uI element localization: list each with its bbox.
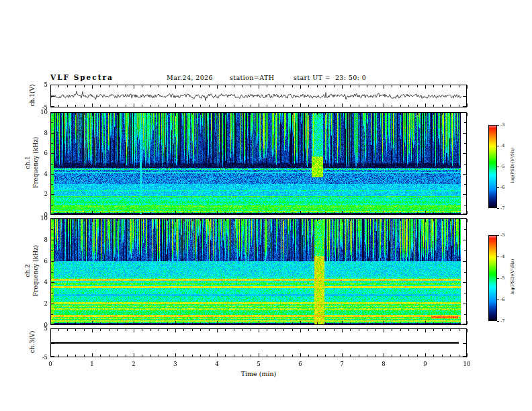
x-minor-tick <box>159 219 159 221</box>
x-major-tick <box>92 85 93 89</box>
x-minor-tick <box>400 322 401 324</box>
x-minor-tick <box>408 355 409 357</box>
x-minor-tick <box>275 329 276 331</box>
x-minor-tick <box>459 113 459 115</box>
x-major-tick <box>175 219 176 222</box>
x-minor-tick <box>408 105 409 107</box>
x-minor-tick <box>308 355 309 357</box>
x-minor-tick <box>167 322 168 324</box>
x-minor-tick <box>367 212 367 214</box>
x-minor-tick <box>251 219 251 221</box>
x-minor-tick <box>58 322 59 324</box>
x-minor-tick <box>275 355 276 357</box>
y-minor-tick <box>51 205 53 205</box>
x-minor-tick <box>442 212 443 214</box>
colorbar-tick <box>497 278 499 279</box>
x-major-tick <box>217 219 218 222</box>
x-minor-tick <box>142 219 142 221</box>
y-major-tick <box>51 356 54 357</box>
ch3-wave-ylabel: ch.3(V) <box>29 302 36 382</box>
x-minor-tick <box>167 219 168 221</box>
x-minor-tick <box>150 322 151 324</box>
x-minor-tick <box>67 355 68 357</box>
x-minor-tick <box>67 322 68 324</box>
x-minor-tick <box>275 85 276 87</box>
x-minor-tick <box>417 113 418 115</box>
x-minor-tick <box>267 329 267 331</box>
x-minor-tick <box>225 85 226 87</box>
x-minor-tick <box>251 105 251 107</box>
x-minor-tick <box>308 329 309 331</box>
x-minor-tick <box>167 355 168 357</box>
y-minor-tick <box>464 314 466 315</box>
x-major-tick <box>300 219 301 222</box>
x-minor-tick <box>375 322 376 324</box>
x-minor-tick <box>142 322 142 324</box>
x-minor-tick <box>126 85 126 87</box>
y-major-tick <box>51 153 54 154</box>
x-minor-tick <box>334 85 335 87</box>
x-major-tick <box>384 103 384 107</box>
x-minor-tick <box>84 329 85 331</box>
x-minor-tick <box>183 105 184 107</box>
x-minor-tick <box>359 105 359 107</box>
x-minor-tick <box>334 355 335 357</box>
colorbar-tick-label: -4 <box>500 254 504 259</box>
x-major-tick <box>342 329 343 332</box>
colorbar-tick <box>497 321 499 322</box>
x-major-tick <box>300 85 301 89</box>
x-minor-tick <box>183 322 184 324</box>
x-minor-tick <box>225 219 226 221</box>
x-minor-tick <box>283 105 284 107</box>
x-minor-tick <box>417 329 418 331</box>
x-minor-tick <box>350 355 351 357</box>
x-minor-tick <box>350 85 351 87</box>
y-tick-label: 6 <box>34 150 48 156</box>
x-major-tick <box>259 219 259 222</box>
x-minor-tick <box>126 212 126 214</box>
x-minor-tick <box>350 329 351 331</box>
y-major-tick <box>463 261 466 262</box>
x-minor-tick <box>275 212 276 214</box>
x-major-tick <box>92 321 93 324</box>
x-minor-tick <box>142 355 142 357</box>
x-minor-tick <box>334 219 335 221</box>
y-tick-label: 8 <box>34 130 48 136</box>
x-minor-tick <box>126 355 126 357</box>
y-tick-label: 4 <box>34 279 48 285</box>
x-minor-tick <box>359 219 359 221</box>
x-minor-tick <box>350 212 351 214</box>
x-minor-tick <box>367 105 367 107</box>
x-minor-tick <box>334 212 335 214</box>
x-minor-tick <box>75 329 76 331</box>
y-major-tick <box>463 304 466 304</box>
y-minor-tick <box>464 272 466 273</box>
x-minor-tick <box>367 85 367 87</box>
x-minor-tick <box>200 355 201 357</box>
x-minor-tick <box>100 329 101 331</box>
x-major-tick <box>300 321 301 324</box>
x-minor-tick <box>75 219 76 221</box>
x-major-tick <box>384 321 384 324</box>
x-minor-tick <box>359 355 359 357</box>
x-major-tick <box>50 113 51 116</box>
colorbar-tick-label: -5 <box>500 164 504 169</box>
x-major-tick <box>175 329 176 332</box>
x-minor-tick <box>359 113 359 115</box>
x-minor-tick <box>234 85 234 87</box>
x-major-tick <box>134 353 134 357</box>
x-minor-tick <box>192 322 193 324</box>
x-minor-tick <box>251 212 251 214</box>
x-minor-tick <box>126 322 126 324</box>
x-major-tick <box>134 85 134 89</box>
x-minor-tick <box>292 329 293 331</box>
y-major-tick <box>51 96 54 97</box>
x-minor-tick <box>109 219 109 221</box>
x-minor-tick <box>433 355 434 357</box>
x-major-tick <box>175 85 176 89</box>
x-minor-tick <box>417 105 418 107</box>
x-minor-tick <box>109 329 109 331</box>
x-minor-tick <box>183 329 184 331</box>
x-tick-label: 6 <box>292 361 308 367</box>
x-minor-tick <box>459 105 459 107</box>
